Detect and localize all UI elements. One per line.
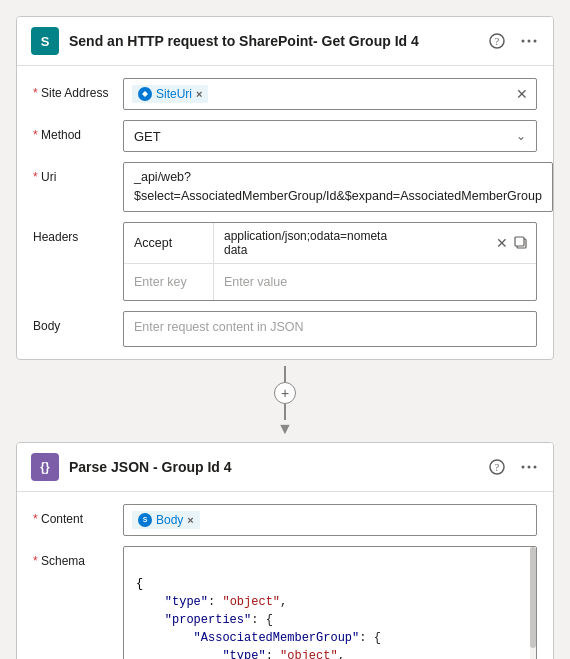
method-select[interactable]: GET ⌄ bbox=[123, 120, 537, 152]
headers-copy-icon[interactable] bbox=[514, 236, 528, 250]
schema-control: { "type": "object", "properties": { "Ass… bbox=[123, 546, 537, 660]
svg-rect-6 bbox=[515, 237, 524, 246]
svg-text:?: ? bbox=[495, 462, 500, 473]
schema-label: Schema bbox=[33, 546, 123, 568]
uri-row: Uri _api/web? $select=AssociatedMemberGr… bbox=[33, 162, 537, 212]
method-chevron: ⌄ bbox=[516, 129, 526, 143]
parse-json-body: Content S Body × Schema { "ty bbox=[17, 492, 553, 660]
tag-icon bbox=[138, 87, 152, 101]
body-tag-icon: S bbox=[138, 513, 152, 527]
headers-control: Accept application/json;odata=nometa dat… bbox=[123, 222, 537, 301]
headers-label: Headers bbox=[33, 222, 123, 244]
headers-delete-icon[interactable]: ✕ bbox=[496, 235, 508, 251]
content-input[interactable]: S Body × bbox=[123, 504, 537, 536]
uri-label: Uri bbox=[33, 162, 123, 184]
parse-json-actions: ? bbox=[487, 457, 539, 477]
parse-json-title: Parse JSON - Group Id 4 bbox=[69, 459, 477, 475]
add-action-button[interactable]: + bbox=[274, 382, 296, 404]
parse-json-header: {} Parse JSON - Group Id 4 ? bbox=[17, 443, 553, 492]
schema-container: { "type": "object", "properties": { "Ass… bbox=[123, 546, 537, 660]
http-card-body: Site Address SiteUri × ✕ bbox=[17, 66, 553, 359]
parse-json-more-button[interactable] bbox=[519, 463, 539, 471]
parse-json-help-button[interactable]: ? bbox=[487, 457, 507, 477]
http-card-actions: ? bbox=[487, 31, 539, 51]
site-address-row: Site Address SiteUri × ✕ bbox=[33, 78, 537, 110]
headers-row: Headers Accept application/json;odata=no… bbox=[33, 222, 537, 301]
parse-json-card: {} Parse JSON - Group Id 4 ? Content bbox=[16, 442, 554, 660]
headers-table: Accept application/json;odata=nometa dat… bbox=[123, 222, 537, 301]
connector-arrow: ▼ bbox=[277, 420, 293, 438]
headers-key-placeholder[interactable]: Enter key bbox=[124, 264, 214, 300]
headers-value-placeholder[interactable]: Enter value bbox=[214, 264, 536, 300]
svg-text:?: ? bbox=[495, 36, 500, 47]
schema-scrollbar[interactable] bbox=[530, 547, 536, 660]
body-control: Enter request content in JSON bbox=[123, 311, 537, 347]
http-more-button[interactable] bbox=[519, 37, 539, 45]
parsejson-icon: {} bbox=[31, 453, 59, 481]
site-address-control: SiteUri × ✕ bbox=[123, 78, 537, 110]
headers-value-cell: application/json;odata=nometa data bbox=[214, 223, 488, 263]
headers-data-row: Accept application/json;odata=nometa dat… bbox=[124, 223, 536, 264]
body-tag: S Body × bbox=[132, 511, 200, 529]
connector: + ▼ bbox=[274, 360, 296, 442]
uri-control: _api/web? $select=AssociatedMemberGroup/… bbox=[123, 162, 553, 212]
method-value: GET bbox=[134, 129, 516, 144]
connector-line-bottom bbox=[284, 404, 286, 420]
svg-point-3 bbox=[528, 40, 531, 43]
site-address-label: Site Address bbox=[33, 78, 123, 100]
headers-actions-cell: ✕ bbox=[488, 223, 536, 263]
method-row: Method GET ⌄ bbox=[33, 120, 537, 152]
svg-point-9 bbox=[522, 465, 525, 468]
http-card-title: Send an HTTP request to SharePoint- Get … bbox=[69, 33, 477, 49]
schema-row: Schema { "type": "object", "properties":… bbox=[33, 546, 537, 660]
content-control: S Body × bbox=[123, 504, 537, 536]
http-request-card: S Send an HTTP request to SharePoint- Ge… bbox=[16, 16, 554, 360]
method-label: Method bbox=[33, 120, 123, 142]
http-help-button[interactable]: ? bbox=[487, 31, 507, 51]
schema-text[interactable]: { "type": "object", "properties": { "Ass… bbox=[124, 547, 536, 660]
body-label: Body bbox=[33, 311, 123, 333]
http-card-header: S Send an HTTP request to SharePoint- Ge… bbox=[17, 17, 553, 66]
svg-point-10 bbox=[528, 465, 531, 468]
body-tag-close[interactable]: × bbox=[187, 514, 193, 526]
body-row: Body Enter request content in JSON bbox=[33, 311, 537, 347]
sharepoint-icon: S bbox=[31, 27, 59, 55]
site-uri-tag: SiteUri × bbox=[132, 85, 208, 103]
site-uri-tag-close[interactable]: × bbox=[196, 88, 202, 100]
schema-scrollbar-thumb bbox=[530, 547, 536, 649]
content-row: Content S Body × bbox=[33, 504, 537, 536]
headers-key-cell: Accept bbox=[124, 223, 214, 263]
svg-point-2 bbox=[522, 40, 525, 43]
body-input[interactable]: Enter request content in JSON bbox=[123, 311, 537, 347]
site-address-input[interactable]: SiteUri × ✕ bbox=[123, 78, 537, 110]
site-address-clear[interactable]: ✕ bbox=[516, 86, 528, 102]
headers-empty-row: Enter key Enter value bbox=[124, 264, 536, 300]
content-label: Content bbox=[33, 504, 123, 526]
method-control: GET ⌄ bbox=[123, 120, 537, 152]
connector-line-top bbox=[284, 366, 286, 382]
uri-input[interactable]: _api/web? $select=AssociatedMemberGroup/… bbox=[123, 162, 553, 212]
svg-point-11 bbox=[534, 465, 537, 468]
svg-point-4 bbox=[534, 40, 537, 43]
